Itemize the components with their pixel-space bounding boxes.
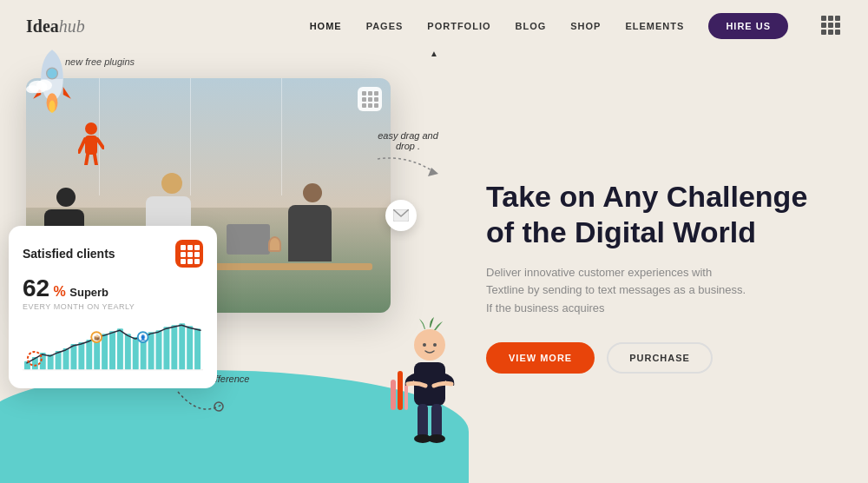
grid-menu-icon[interactable] <box>821 16 842 36</box>
svg-rect-25 <box>117 328 123 370</box>
svg-rect-21 <box>86 340 92 370</box>
svg-point-6 <box>26 85 39 93</box>
svg-rect-33 <box>179 323 185 369</box>
svg-rect-18 <box>63 348 69 370</box>
stats-card: Satisfied clients 62 % Superb EVERY MONT… <box>9 226 217 388</box>
easy-drag-label: easy drag and drop . <box>373 130 443 181</box>
main-content: new free plugins <box>0 52 868 483</box>
nav-arrow-indicator: ▲ <box>430 49 438 58</box>
svg-rect-20 <box>78 342 84 370</box>
svg-rect-27 <box>133 337 139 370</box>
svg-rect-34 <box>187 326 193 370</box>
nav-home[interactable]: HOME <box>310 21 342 31</box>
site-header: Idea hub HOME PAGES PORTFOLIO BLOG SHOP … <box>0 0 868 52</box>
svg-point-5 <box>36 80 52 91</box>
stats-sublabel: EVERY MONTH ON YEARLY <box>23 302 203 311</box>
svg-point-52 <box>428 434 445 443</box>
photo-card-grid-button[interactable] <box>358 87 382 111</box>
svg-rect-32 <box>171 325 177 370</box>
right-panel: Take on Any Challenge of the Digital Wor… <box>460 52 868 483</box>
logo-italic: hub <box>59 17 85 36</box>
nav-shop[interactable]: SHOP <box>570 21 601 31</box>
svg-rect-24 <box>109 331 115 370</box>
character-illustration <box>386 314 473 457</box>
svg-rect-30 <box>156 330 162 370</box>
svg-point-45 <box>414 329 445 361</box>
stats-card-header: Satisfied clients <box>23 240 203 268</box>
svg-rect-29 <box>148 332 155 370</box>
svg-rect-49 <box>418 404 428 439</box>
svg-rect-26 <box>125 334 131 370</box>
cta-buttons: VIEW MORE PURCHASE <box>486 342 825 374</box>
rocket-illustration <box>17 43 87 134</box>
svg-rect-23 <box>102 334 108 370</box>
logo-bold: Idea <box>26 17 59 36</box>
nav-pages[interactable]: PAGES <box>366 21 404 31</box>
svg-point-7 <box>85 122 97 135</box>
svg-rect-8 <box>85 136 97 155</box>
svg-line-10 <box>97 139 103 148</box>
svg-line-9 <box>79 139 85 152</box>
svg-point-1 <box>47 68 58 79</box>
purchase-button[interactable]: PURCHASE <box>607 342 713 374</box>
email-bubble[interactable] <box>385 200 417 231</box>
nav-blog[interactable]: BLOG <box>516 21 547 31</box>
left-panel: new free plugins <box>0 52 460 483</box>
stats-percent-row: 62 % Superb <box>23 275 203 302</box>
logo[interactable]: Idea hub <box>26 17 85 36</box>
svg-point-3 <box>49 100 55 113</box>
hero-description: Deliver innovative customer experiences … <box>486 264 746 318</box>
hero-title: Take on Any Challenge of the Digital Wor… <box>486 179 825 250</box>
svg-rect-31 <box>163 327 169 370</box>
small-person-illustration <box>78 122 104 169</box>
svg-point-46 <box>423 343 426 347</box>
nav-elements[interactable]: ELEMENTS <box>625 21 684 31</box>
stats-card-title: Satisfied clients <box>23 247 115 261</box>
svg-line-12 <box>95 155 96 165</box>
svg-point-47 <box>433 343 437 347</box>
nav-portfolio[interactable]: PORTFOLIO <box>427 21 490 31</box>
chart-container: 📦 👤 <box>23 318 203 374</box>
svg-text:📦: 📦 <box>94 334 101 341</box>
stats-percent-sign: % <box>54 284 70 299</box>
svg-rect-16 <box>48 354 54 370</box>
svg-rect-35 <box>194 328 201 370</box>
hire-us-button[interactable]: HIRE US <box>708 13 788 39</box>
svg-text:👤: 👤 <box>140 334 147 341</box>
svg-rect-19 <box>70 344 76 370</box>
stats-quality-label: Superb <box>69 286 108 299</box>
svg-line-11 <box>86 155 88 165</box>
svg-rect-50 <box>431 404 442 439</box>
stats-icon-box <box>175 240 203 268</box>
view-more-button[interactable]: VIEW MORE <box>486 342 595 374</box>
main-nav: HOME PAGES PORTFOLIO BLOG SHOP ELEMENTS … <box>310 13 842 39</box>
stats-percent-value: 62 <box>23 275 49 301</box>
